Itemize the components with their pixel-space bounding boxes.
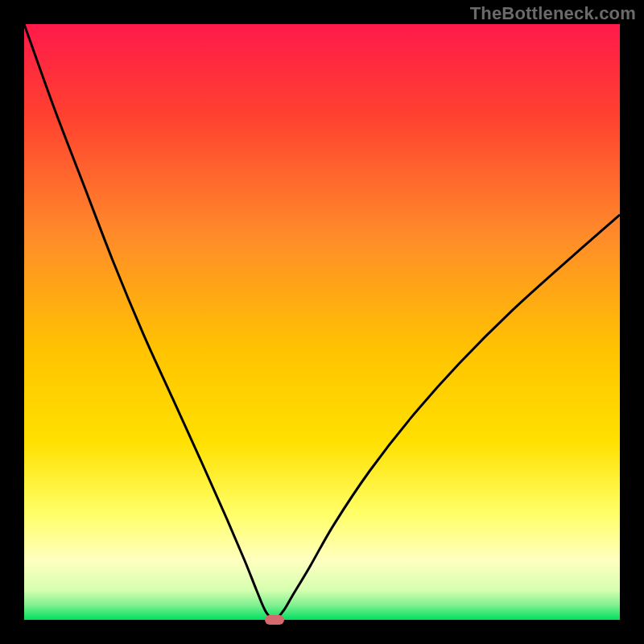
watermark-text: TheBottleneck.com (470, 3, 636, 24)
minimum-marker (265, 615, 284, 625)
bottleneck-curve (24, 24, 620, 620)
chart-frame: TheBottleneck.com (0, 0, 644, 644)
plot-area (24, 24, 620, 620)
